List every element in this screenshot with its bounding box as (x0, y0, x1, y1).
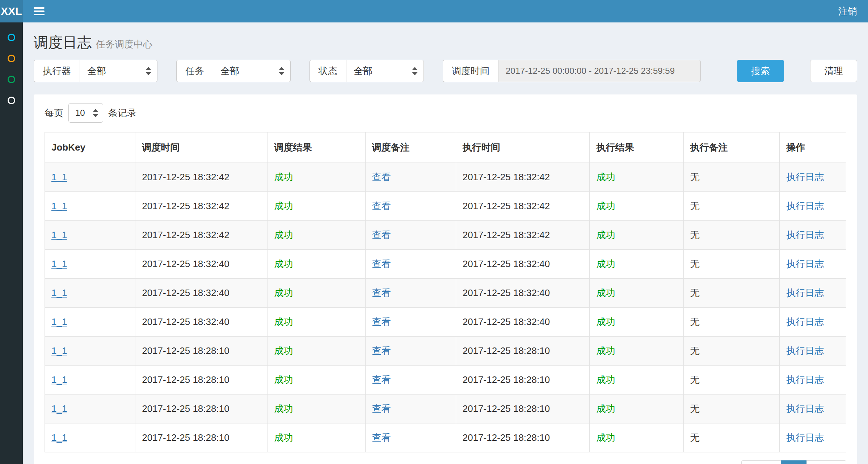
dispatch-time-cell: 2017-12-25 18:28:10 (135, 423, 267, 452)
column-header: 执行备注 (683, 132, 780, 163)
exec-time-cell: 2017-12-25 18:32:42 (456, 163, 590, 192)
page-1-button[interactable]: 1 (781, 460, 807, 464)
exec-result-text: 成功 (596, 345, 615, 356)
clear-button[interactable]: 清理 (810, 60, 857, 82)
job-key-link[interactable]: 1_1 (51, 432, 67, 443)
exec-remark-cell: 无 (683, 250, 780, 279)
table-row: 1_1 2017-12-25 18:28:10 成功 查看 2017-12-25… (45, 395, 846, 423)
exec-log-link[interactable]: 执行日志 (786, 316, 824, 327)
exec-result-text: 成功 (596, 229, 615, 240)
job-key-link[interactable]: 1_1 (51, 316, 67, 327)
exec-time-cell: 2017-12-25 18:32:42 (456, 192, 590, 221)
exec-log-link[interactable]: 执行日志 (786, 258, 824, 269)
dispatch-remark-link[interactable]: 查看 (372, 316, 391, 327)
logout-link[interactable]: 注销 (838, 5, 857, 18)
dispatch-result-text: 成功 (274, 432, 293, 443)
job-key-link[interactable]: 1_1 (51, 345, 67, 356)
dispatch-remark-link[interactable]: 查看 (372, 432, 391, 443)
dispatch-time-cell: 2017-12-25 18:28:10 (135, 337, 267, 366)
dispatch-time-cell: 2017-12-25 18:32:42 (135, 221, 267, 250)
status-select-value: 全部 (354, 65, 372, 77)
job-key-link[interactable]: 1_1 (51, 258, 67, 269)
exec-result-text: 成功 (596, 172, 615, 182)
exec-result-text: 成功 (596, 374, 615, 385)
job-key-link[interactable]: 1_1 (51, 172, 67, 182)
exec-log-link[interactable]: 执行日志 (786, 403, 824, 414)
sidebar-item-4[interactable] (0, 90, 23, 111)
dispatch-result-text: 成功 (274, 172, 293, 182)
exec-remark-cell: 无 (683, 395, 780, 423)
top-navbar: XXL 注销 (0, 0, 868, 22)
exec-log-link[interactable]: 执行日志 (786, 287, 824, 298)
job-filter-group: 任务 全部 (176, 60, 291, 82)
time-range-input[interactable] (498, 60, 701, 82)
table-row: 1_1 2017-12-25 18:32:40 成功 查看 2017-12-25… (45, 250, 846, 279)
status-select[interactable]: 全部 (346, 60, 424, 82)
table-header-row: JobKey调度时间调度结果调度备注执行时间执行结果执行备注操作 (45, 132, 846, 163)
dispatch-remark-link[interactable]: 查看 (372, 258, 391, 269)
exec-log-link[interactable]: 执行日志 (786, 172, 824, 182)
dispatch-result-text: 成功 (274, 403, 293, 414)
exec-time-cell: 2017-12-25 18:32:42 (456, 221, 590, 250)
table-row: 1_1 2017-12-25 18:28:10 成功 查看 2017-12-25… (45, 366, 846, 395)
exec-time-cell: 2017-12-25 18:28:10 (456, 395, 590, 423)
job-key-link[interactable]: 1_1 (51, 287, 67, 298)
job-key-link[interactable]: 1_1 (51, 374, 67, 385)
table-body: 1_1 2017-12-25 18:32:42 成功 查看 2017-12-25… (45, 163, 846, 452)
page-header: 调度日志任务调度中心 (34, 33, 857, 52)
exec-result-text: 成功 (596, 316, 615, 327)
table-row: 1_1 2017-12-25 18:32:42 成功 查看 2017-12-25… (45, 163, 846, 192)
dispatch-result-text: 成功 (274, 374, 293, 385)
dispatch-result-text: 成功 (274, 287, 293, 298)
page-size-select[interactable]: 10 (68, 103, 103, 123)
executor-select-value: 全部 (87, 65, 106, 77)
column-header: JobKey (45, 132, 135, 163)
sidebar-item-2[interactable] (0, 48, 23, 69)
prev-page-button[interactable]: 上页 (741, 460, 781, 464)
exec-log-link[interactable]: 执行日志 (786, 374, 824, 385)
pagination-row: 第 1 页 ( 总共 1 页，10 条记录 ) 上页 1 下页 (45, 460, 846, 464)
dispatch-remark-link[interactable]: 查看 (372, 374, 391, 385)
dispatch-remark-link[interactable]: 查看 (372, 201, 391, 211)
dispatch-result-text: 成功 (274, 345, 293, 356)
select-arrows-icon (279, 67, 285, 75)
dispatch-remark-link[interactable]: 查看 (372, 403, 391, 414)
exec-log-link[interactable]: 执行日志 (786, 345, 824, 356)
exec-log-link[interactable]: 执行日志 (786, 432, 824, 443)
dispatch-remark-link[interactable]: 查看 (372, 287, 391, 298)
filter-bar: 执行器 全部 任务 全部 状态 全部 调度时间 搜索 清理 (34, 60, 857, 82)
select-arrows-icon (412, 67, 418, 75)
job-select[interactable]: 全部 (213, 60, 291, 82)
hamburger-icon (34, 7, 45, 9)
page-title: 调度日志 (34, 34, 92, 50)
search-button[interactable]: 搜索 (737, 60, 784, 82)
sidebar-item-1[interactable] (0, 27, 23, 48)
dispatch-result-text: 成功 (274, 201, 293, 211)
next-page-button[interactable]: 下页 (806, 460, 846, 464)
page-size-prefix-label: 每页 (45, 107, 63, 119)
dispatch-result-text: 成功 (274, 229, 293, 240)
job-key-link[interactable]: 1_1 (51, 403, 67, 414)
time-filter-label: 调度时间 (443, 60, 498, 82)
exec-remark-cell: 无 (683, 192, 780, 221)
table-row: 1_1 2017-12-25 18:32:40 成功 查看 2017-12-25… (45, 279, 846, 308)
page-size-value: 10 (75, 108, 85, 118)
page-size-suffix-label: 条记录 (108, 107, 136, 119)
dispatch-remark-link[interactable]: 查看 (372, 172, 391, 182)
dispatch-result-text: 成功 (274, 258, 293, 269)
sidebar-item-3[interactable] (0, 69, 23, 90)
executor-select[interactable]: 全部 (80, 60, 157, 82)
job-key-link[interactable]: 1_1 (51, 229, 67, 240)
exec-log-link[interactable]: 执行日志 (786, 229, 824, 240)
dispatch-remark-link[interactable]: 查看 (372, 229, 391, 240)
exec-remark-cell: 无 (683, 366, 780, 395)
navbar-main: 注销 (23, 0, 868, 22)
status-filter-label: 状态 (309, 60, 346, 82)
exec-time-cell: 2017-12-25 18:32:40 (456, 279, 590, 308)
sidebar-toggle-button[interactable] (34, 5, 45, 17)
exec-log-link[interactable]: 执行日志 (786, 201, 824, 211)
job-key-link[interactable]: 1_1 (51, 201, 67, 211)
dispatch-remark-link[interactable]: 查看 (372, 345, 391, 356)
exec-time-cell: 2017-12-25 18:32:40 (456, 250, 590, 279)
exec-result-text: 成功 (596, 403, 615, 414)
